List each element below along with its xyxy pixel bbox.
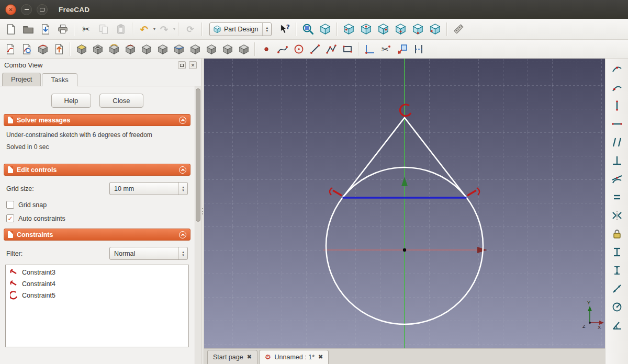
- constrain-distance-y-button[interactable]: [609, 263, 625, 278]
- redo-button[interactable]: ↷: [155, 21, 173, 37]
- subtractive-loft-button[interactable]: [154, 42, 171, 56]
- panel-scrollbar[interactable]: [195, 86, 201, 364]
- pad-button[interactable]: [73, 42, 89, 56]
- rear-view-button[interactable]: [392, 21, 409, 37]
- auto-constraints-checkbox[interactable]: ✓: [6, 214, 14, 222]
- part-design-toolbar: ✂: [0, 40, 628, 59]
- grid-size-spinner[interactable]: ▴▾: [178, 183, 187, 195]
- window-close-button[interactable]: ✕: [5, 4, 16, 15]
- new-document-button[interactable]: [2, 21, 19, 37]
- tab-project[interactable]: Project: [2, 73, 41, 86]
- constrain-radius-button[interactable]: [609, 300, 625, 314]
- create-spline-button[interactable]: [274, 42, 290, 56]
- create-line-button[interactable]: [307, 42, 323, 56]
- window-maximize-button[interactable]: [37, 4, 48, 15]
- left-view-button[interactable]: [427, 21, 444, 37]
- create-rectangle-button[interactable]: [339, 42, 355, 56]
- workbench-selector[interactable]: Part Design ▴▾: [209, 22, 272, 36]
- tab-tasks[interactable]: Tasks: [42, 73, 77, 86]
- open-document-button[interactable]: [19, 21, 37, 37]
- grid-size-select[interactable]: 10 mm ▴▾: [109, 182, 188, 195]
- whats-this-button[interactable]: ?: [276, 21, 293, 37]
- origin-axes-button[interactable]: [362, 42, 378, 56]
- paste-button[interactable]: [112, 21, 129, 37]
- collapse-section-icon[interactable]: [179, 231, 186, 238]
- constraints-header[interactable]: Constraints: [4, 229, 190, 241]
- thickness-button[interactable]: [219, 42, 236, 56]
- collapse-section-icon[interactable]: [179, 117, 186, 124]
- constrain-horizontal-button[interactable]: [609, 117, 625, 131]
- fillet-button[interactable]: [171, 42, 187, 56]
- additive-loft-button[interactable]: [138, 42, 154, 56]
- leave-sketch-button[interactable]: [51, 42, 67, 56]
- top-view-button[interactable]: [357, 21, 375, 37]
- measure-distance-button[interactable]: [450, 21, 467, 37]
- constrain-block-button[interactable]: [609, 245, 625, 259]
- constraint-filter-spinner[interactable]: ▴▾: [178, 247, 187, 259]
- grid-snap-checkbox[interactable]: [6, 201, 14, 209]
- close-button[interactable]: Close: [99, 94, 143, 108]
- origin-point[interactable]: [403, 248, 406, 252]
- map-sketch-button[interactable]: [35, 42, 51, 56]
- constrain-distance-button[interactable]: [609, 281, 625, 296]
- solver-messages-header[interactable]: Solver messages: [4, 114, 190, 126]
- draft-button[interactable]: [203, 42, 219, 56]
- mirrored-feature-button[interactable]: [236, 42, 252, 56]
- toolbar-separator: [74, 22, 75, 36]
- constrain-lock-button[interactable]: [609, 226, 625, 241]
- construction-mode-button[interactable]: [410, 42, 427, 56]
- collapse-section-icon[interactable]: [179, 166, 186, 174]
- tab-unnamed-document[interactable]: ⚙ Unnamed : 1* ✖: [259, 350, 329, 364]
- pocket-button[interactable]: [89, 42, 106, 56]
- constraint-list-item[interactable]: Constraint3: [6, 267, 188, 278]
- create-circle-button[interactable]: [290, 42, 307, 56]
- constrain-coincident-button[interactable]: [609, 62, 625, 76]
- trim-edge-button[interactable]: ✂: [378, 42, 394, 56]
- tab-start-page[interactable]: Start page ✖: [207, 350, 257, 364]
- create-point-button[interactable]: [258, 42, 274, 56]
- edit-sketch-button[interactable]: [18, 42, 35, 56]
- constrain-point-on-object-button[interactable]: [609, 80, 625, 95]
- help-button[interactable]: Help: [51, 94, 92, 108]
- print-button[interactable]: [54, 21, 71, 37]
- front-view-button[interactable]: [340, 21, 357, 37]
- right-view-button[interactable]: [375, 21, 392, 37]
- panel-close-button[interactable]: ✕: [189, 61, 197, 69]
- axonometric-view-button[interactable]: [317, 21, 334, 37]
- constrain-tangent-button[interactable]: [609, 172, 625, 186]
- constraint-filter-select[interactable]: Normal ▴▾: [109, 247, 188, 260]
- constrain-perpendicular-button[interactable]: [609, 153, 625, 168]
- copy-button[interactable]: [95, 21, 112, 37]
- close-tab-icon[interactable]: ✖: [247, 354, 252, 360]
- groove-button[interactable]: [122, 42, 138, 56]
- close-tab-icon[interactable]: ✖: [318, 354, 323, 360]
- redo-history-dropdown[interactable]: ▾: [173, 27, 175, 31]
- panel-scrollbar-thumb[interactable]: [196, 88, 200, 222]
- revolution-button[interactable]: [106, 42, 122, 56]
- constrain-vertical-button[interactable]: [609, 98, 625, 113]
- constraint-list-item[interactable]: Constraint4: [6, 278, 188, 290]
- sketch-canvas[interactable]: Y X Z: [204, 59, 605, 348]
- chamfer-button[interactable]: [187, 42, 203, 56]
- front-view-icon: [343, 23, 355, 35]
- workbench-selector-spinner[interactable]: ▴▾: [262, 23, 271, 36]
- window-minimize-button[interactable]: [21, 4, 32, 15]
- constrain-parallel-button[interactable]: [609, 135, 625, 150]
- create-polyline-button[interactable]: [323, 42, 339, 56]
- constrain-symmetric-button[interactable]: [609, 208, 625, 223]
- bottom-view-button[interactable]: [409, 21, 427, 37]
- cut-button[interactable]: ✂: [77, 21, 95, 37]
- save-button[interactable]: [37, 21, 54, 37]
- edit-controls-header[interactable]: Edit controls: [4, 164, 190, 176]
- create-sketch-button[interactable]: [2, 42, 18, 56]
- refresh-button[interactable]: ⟳: [182, 21, 199, 37]
- parallel-constraint-icon: [611, 136, 623, 148]
- fit-all-button[interactable]: [299, 21, 317, 37]
- viewport-3d[interactable]: Y X Z: [204, 59, 605, 348]
- panel-float-button[interactable]: [178, 61, 186, 69]
- constrain-angle-button[interactable]: [609, 318, 625, 333]
- constraint-list-item[interactable]: Constraint5: [6, 290, 188, 301]
- constrain-equal-button[interactable]: [609, 190, 625, 204]
- external-geometry-button[interactable]: [394, 42, 410, 56]
- undo-button[interactable]: ↶: [136, 21, 153, 37]
